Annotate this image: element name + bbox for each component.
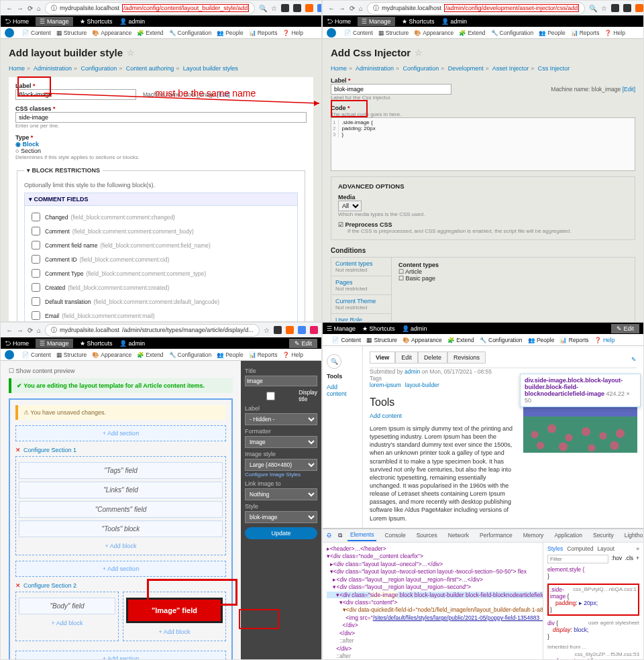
hov-toggle[interactable]: :hov bbox=[611, 555, 622, 566]
add-rule-icon[interactable]: + bbox=[636, 555, 639, 566]
mname-edit-link[interactable]: [Edit] bbox=[623, 86, 635, 93]
tab-styles[interactable]: Styles bbox=[547, 545, 563, 552]
back-icon[interactable]: ← bbox=[6, 326, 13, 334]
add-section-button[interactable]: + Add section bbox=[15, 425, 226, 441]
tags-field-block[interactable]: "Tags" field bbox=[19, 462, 223, 479]
crumb-link[interactable]: Administration bbox=[356, 65, 394, 72]
crumb-link[interactable]: Administration bbox=[34, 65, 72, 72]
tab-extend[interactable]: 🧩 Extend bbox=[137, 30, 163, 36]
search-icon[interactable]: 🔍 bbox=[327, 354, 341, 369]
links-field-block[interactable]: "Links" field bbox=[19, 482, 223, 498]
add-block-button[interactable]: + Add block bbox=[19, 540, 223, 552]
mname-edit-link[interactable]: [Edit] bbox=[217, 91, 230, 98]
home-icon[interactable]: ⌂ bbox=[359, 4, 363, 12]
tab-configuration[interactable]: 🔧 Configuration bbox=[169, 351, 212, 358]
tab-edit[interactable]: Edit bbox=[395, 351, 418, 364]
tab-extend[interactable]: 🧩 Extend bbox=[447, 337, 474, 343]
home-icon[interactable]: ⌂ bbox=[37, 326, 41, 334]
shortcuts-link[interactable]: ★ Shortcuts bbox=[402, 18, 435, 25]
type-section-radio[interactable]: ○ Section bbox=[15, 148, 307, 154]
comment-field-checkbox[interactable]: Default translation (field_block:comment… bbox=[29, 294, 293, 309]
author-link[interactable]: admin bbox=[405, 368, 420, 375]
back-icon[interactable]: ← bbox=[328, 4, 335, 12]
home-link[interactable]: ⮌ Home bbox=[5, 18, 29, 25]
tab-configuration[interactable]: 🔧 Configuration bbox=[480, 337, 523, 343]
drupal-logo-icon[interactable] bbox=[5, 28, 14, 38]
admin-user-link[interactable]: 👤 admin bbox=[119, 340, 146, 347]
cls-toggle[interactable]: .cls bbox=[625, 555, 633, 566]
tab-content[interactable]: 📄 Content bbox=[344, 30, 373, 36]
node-content-rule[interactable]: css_6ty2cZP…f5JM.css:53 .node_conte…nt {… bbox=[547, 651, 639, 660]
tab-security[interactable]: Security bbox=[590, 530, 616, 541]
tab-reports[interactable]: 📊 Reports bbox=[249, 30, 278, 36]
add-block-button[interactable]: + Add block bbox=[19, 617, 115, 629]
star-icon[interactable]: ☆ bbox=[271, 4, 277, 12]
tab-appearance[interactable]: 🎨 Appearance bbox=[414, 30, 453, 36]
manage-link[interactable]: ☰ Manage bbox=[327, 325, 356, 332]
tab-people[interactable]: 👥 People bbox=[528, 337, 555, 343]
label-select[interactable]: - Hidden - bbox=[245, 413, 317, 425]
url-bar[interactable]: ⓘ mydrupalsite.localhost/admin/config/co… bbox=[45, 2, 255, 15]
admin-user-link[interactable]: 👤 admin bbox=[402, 325, 427, 332]
crumb-link[interactable]: Home bbox=[9, 65, 25, 72]
tab-reports[interactable]: 📊 Reports bbox=[571, 30, 600, 36]
show-preview-checkbox[interactable]: ☐ Show content preview bbox=[9, 368, 233, 374]
update-button[interactable]: Update bbox=[245, 527, 317, 539]
elements-tree[interactable]: ▸<header>…</header> ▾<div class="node__c… bbox=[323, 529, 543, 660]
tab-reports[interactable]: 📊 Reports bbox=[249, 351, 278, 358]
admin-user-link[interactable]: 👤 admin bbox=[441, 18, 468, 25]
tab-computed[interactable]: Computed bbox=[567, 545, 593, 552]
tab-content[interactable]: 📄 Content bbox=[22, 351, 51, 358]
crumb-link[interactable]: Configuration bbox=[81, 65, 117, 72]
manage-link[interactable]: ☰ Manage bbox=[358, 17, 395, 26]
ext-icon[interactable] bbox=[293, 4, 301, 12]
tab-sources[interactable]: Sources bbox=[414, 530, 440, 541]
comment-fields-header[interactable]: ▾ COMMENT FIELDS bbox=[24, 192, 298, 206]
crumb-link[interactable]: Asset Injector bbox=[492, 65, 529, 72]
close-icon[interactable]: ✕ bbox=[15, 447, 21, 453]
reload-icon[interactable]: ⟳ bbox=[350, 4, 355, 12]
home-link[interactable]: ⮌ Home bbox=[327, 18, 351, 25]
crumb-link[interactable]: Layout builder styles bbox=[183, 65, 238, 72]
comment-field-checkbox[interactable]: Comment (field_block:comment:comment:com… bbox=[29, 224, 293, 238]
add-section-button[interactable]: + Add section bbox=[15, 651, 226, 659]
image-field-block[interactable]: "Image" field bbox=[126, 598, 223, 623]
tab-people[interactable]: 👥 People bbox=[539, 30, 565, 36]
tab-content[interactable]: 📄 Content bbox=[332, 337, 361, 343]
tab-help[interactable]: ❓ Help bbox=[604, 30, 625, 36]
shortcuts-link[interactable]: ★ Shortcuts bbox=[80, 18, 113, 25]
image-style-select[interactable]: Large (480×480) bbox=[245, 459, 317, 471]
body-field-block[interactable]: "Body" field bbox=[19, 598, 115, 614]
device-icon[interactable]: ⧉ bbox=[338, 532, 342, 539]
crumb-link[interactable]: Development bbox=[448, 65, 484, 72]
display-title-checkbox[interactable]: Display title bbox=[245, 389, 317, 402]
label-input[interactable] bbox=[15, 89, 136, 100]
ext-icon[interactable] bbox=[286, 326, 294, 334]
edit-button[interactable]: ✎ Edit bbox=[611, 324, 639, 333]
ext-icon[interactable] bbox=[298, 326, 306, 334]
drupal-logo-icon[interactable] bbox=[5, 350, 14, 360]
condition-tab[interactable]: Current ThemeNot restricted bbox=[331, 295, 391, 314]
inspect-icon[interactable]: ⯐ bbox=[327, 532, 333, 539]
tab-configuration[interactable]: 🔧 Configuration bbox=[491, 30, 534, 36]
edit-pencil-icon[interactable]: ✎ bbox=[631, 356, 637, 363]
tab-structure[interactable]: ▦ Structure bbox=[378, 30, 409, 36]
tab-help[interactable]: ❓ Help bbox=[594, 337, 615, 343]
crumb-link[interactable]: Configuration bbox=[403, 65, 439, 72]
reload-icon[interactable]: ⟳ bbox=[28, 4, 33, 12]
side-image-rule[interactable]: css_BPvtylQ…nbQA.css:1 .side-image { pad… bbox=[547, 584, 639, 616]
tab-help[interactable]: ❓ Help bbox=[282, 351, 303, 358]
tab-structure[interactable]: ▦ Structure bbox=[56, 30, 87, 36]
url-bar[interactable]: ⓘ mydrupalsite.localhost/admin/structure… bbox=[45, 324, 260, 337]
ext-icon[interactable] bbox=[317, 4, 322, 12]
home-icon[interactable]: ⌂ bbox=[37, 4, 41, 12]
ext-icon[interactable] bbox=[274, 326, 282, 334]
tab-structure[interactable]: ▦ Structure bbox=[366, 337, 397, 343]
tab-structure[interactable]: ▦ Structure bbox=[56, 351, 87, 358]
manage-link[interactable]: ☰ Manage bbox=[36, 17, 73, 26]
shortcuts-link[interactable]: ★ Shortcuts bbox=[80, 340, 113, 347]
css-classes-input[interactable] bbox=[15, 112, 307, 123]
tab-people[interactable]: 👥 People bbox=[217, 30, 243, 36]
home-link[interactable]: ⮌ Home bbox=[5, 340, 29, 347]
edit-button[interactable]: ✎ Edit bbox=[289, 339, 317, 348]
